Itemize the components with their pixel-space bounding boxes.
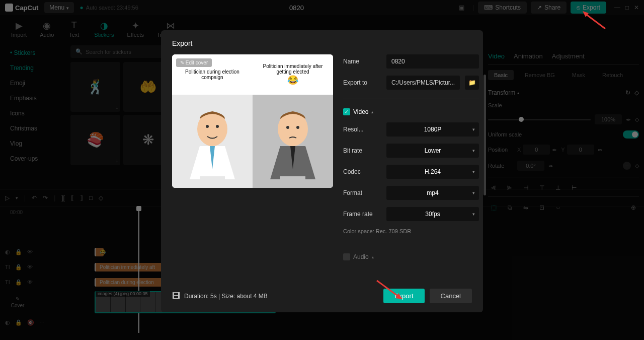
name-input[interactable] [386,54,479,69]
framerate-select[interactable]: 30fps▾ [386,207,479,221]
colorspace-info: Color space: Rec. 709 SDR [343,228,479,234]
resolution-label: Resol... [343,126,381,133]
export-modal: Export ✎ Edit cover Politician during el… [161,30,483,312]
scrollbar[interactable] [484,75,486,195]
svg-point-5 [286,126,289,129]
modal-export-button[interactable]: Export [383,289,425,303]
svg-point-2 [216,125,219,128]
exportto-label: Export to [343,79,381,86]
duration-info: 🎞 Duration: 5s | Size: about 4 MB [172,292,268,301]
meme-face-right [253,95,333,188]
svg-point-6 [296,126,299,129]
bitrate-select[interactable]: Lower▾ [386,144,479,158]
bitrate-label: Bit rate [343,147,381,154]
film-icon: 🎞 [172,292,180,301]
edit-cover-button[interactable]: ✎ Edit cover [176,58,212,67]
meme-face-left [172,95,253,188]
browse-button[interactable]: 📁 [465,76,479,90]
format-select[interactable]: mp4▾ [386,186,479,200]
export-preview: ✎ Edit cover Politician during election … [172,54,333,188]
video-checkbox[interactable]: ✓ [343,108,350,115]
codec-label: Codec [343,168,381,175]
exportto-path: C:/Users/PMLS/Pictur... [386,76,460,90]
folder-icon: 📁 [468,79,476,86]
modal-title: Export [172,39,472,47]
audio-section-header[interactable]: Audio ▴ [343,253,479,260]
modal-cancel-button[interactable]: Cancel [430,289,472,303]
format-label: Format [343,189,381,196]
resolution-select[interactable]: 1080P▾ [386,122,479,137]
codec-select[interactable]: H.264▾ [386,165,479,179]
name-label: Name [343,58,381,65]
svg-point-1 [206,125,209,128]
meme-caption-right: Politician immediately after getting ele… [253,54,333,95]
video-section-header[interactable]: ✓ Video ▴ [343,108,479,115]
framerate-label: Frame rate [343,211,381,218]
audio-checkbox[interactable] [343,253,350,260]
